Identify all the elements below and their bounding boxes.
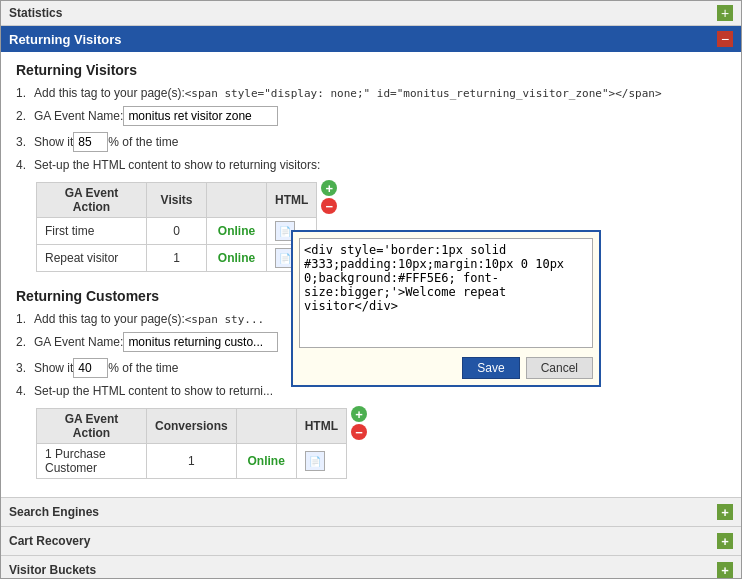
step2-item: 2. GA Event Name: <box>16 106 726 126</box>
col-header-empty <box>207 183 267 218</box>
status-cell: Online <box>207 245 267 272</box>
cust-step2-num: 2. <box>16 335 34 349</box>
step2-label: GA Event Name: <box>34 109 123 123</box>
remove-row-button[interactable]: − <box>321 198 337 214</box>
popup-save-button[interactable]: Save <box>462 357 519 379</box>
step4-label: Set-up the HTML content to show to retur… <box>34 158 320 172</box>
step3-num: 3. <box>16 135 34 149</box>
step3-suffix: % of the time <box>108 135 178 149</box>
step4-item: 4. Set-up the HTML content to show to re… <box>16 158 726 172</box>
popup-buttons: Save Cancel <box>299 357 593 379</box>
cust-remove-row-button[interactable]: − <box>351 424 367 440</box>
search-engines-label: Search Engines <box>9 505 99 519</box>
visits-cell: 1 <box>147 245 207 272</box>
cust-status-badge: Online <box>248 454 285 468</box>
cust-step3-suffix: % of the time <box>108 361 178 375</box>
step1-item: 1. Add this tag to your page(s): <span s… <box>16 86 726 100</box>
cust-action-cell: 1 Purchase Customer <box>37 444 147 479</box>
search-engines-expand-icon: + <box>717 504 733 520</box>
add-row-button[interactable]: + <box>321 180 337 196</box>
returning-visitors-header: Returning Visitors − <box>1 26 741 52</box>
statistics-title: Statistics <box>9 6 62 20</box>
cart-recovery-label: Cart Recovery <box>9 534 90 548</box>
cust-event-name-input[interactable] <box>123 332 278 352</box>
cust-step4-label: Set-up the HTML content to show to retur… <box>34 384 273 398</box>
step3-item: 3. Show it % of the time <box>16 132 726 152</box>
cust-table-row: 1 Purchase Customer 1 Online 📄 <box>37 444 347 479</box>
collapsible-sections: Search Engines + Cart Recovery + Visitor… <box>1 497 741 579</box>
collapsible-search-engines[interactable]: Search Engines + <box>1 498 741 527</box>
cust-step2-label: GA Event Name: <box>34 335 123 349</box>
html-editor-popup: <div style='border:1px solid #333;paddin… <box>291 230 601 387</box>
show-percent-input[interactable] <box>73 132 108 152</box>
col-header-action: GA Event Action <box>37 183 147 218</box>
step1-code: <span style="display: none;" id="monitus… <box>185 87 662 100</box>
visitor-buckets-expand-icon: + <box>717 562 733 578</box>
cust-show-percent-input[interactable] <box>73 358 108 378</box>
table-side-buttons: + − <box>321 180 337 216</box>
action-cell: Repeat visitor <box>37 245 147 272</box>
customers-table-wrapper: GA Event Action Conversions HTML 1 Purch… <box>16 404 726 487</box>
visits-cell: 0 <box>147 218 207 245</box>
cust-step1-num: 1. <box>16 312 34 326</box>
cart-recovery-expand-icon: + <box>717 533 733 549</box>
status-cell: Online <box>207 218 267 245</box>
step3-label: Show it <box>34 135 73 149</box>
status-badge: Online <box>218 224 255 238</box>
cust-conv-cell: 1 <box>147 444 237 479</box>
collapsible-cart-recovery[interactable]: Cart Recovery + <box>1 527 741 556</box>
returning-visitors-collapse-button[interactable]: − <box>717 31 733 47</box>
collapsible-visitor-buckets[interactable]: Visitor Buckets + <box>1 556 741 579</box>
cust-step1-code: <span sty... <box>185 313 264 326</box>
table-row-highlight: Repeat visitor 1 Online 📄 <box>37 245 317 272</box>
step2-num: 2. <box>16 109 34 123</box>
popup-cancel-button[interactable]: Cancel <box>526 357 593 379</box>
visitors-table: GA Event Action Visits HTML First time 0… <box>36 182 317 272</box>
cust-table-side-buttons: + − <box>351 406 367 442</box>
cust-add-row-button[interactable]: + <box>351 406 367 422</box>
cust-step4-num: 4. <box>16 384 34 398</box>
returning-visitors-header-title: Returning Visitors <box>9 32 121 47</box>
action-cell: First time <box>37 218 147 245</box>
cust-col-header-action: GA Event Action <box>37 409 147 444</box>
cust-step3-num: 3. <box>16 361 34 375</box>
returning-visitors-section-title: Returning Visitors <box>16 62 726 78</box>
cust-col-header-conv: Conversions <box>147 409 237 444</box>
main-content: Returning Visitors 1. Add this tag to yo… <box>1 52 741 497</box>
table-row: First time 0 Online 📄 <box>37 218 317 245</box>
cust-col-header-html: HTML <box>296 409 346 444</box>
html-editor-textarea[interactable]: <div style='border:1px solid #333;paddin… <box>299 238 593 348</box>
status-badge: Online <box>218 251 255 265</box>
cust-html-edit-icon[interactable]: 📄 <box>305 451 325 471</box>
cust-col-header-empty <box>236 409 296 444</box>
col-header-html: HTML <box>267 183 317 218</box>
cust-step1-label: Add this tag to your page(s): <box>34 312 185 326</box>
step4-num: 4. <box>16 158 34 172</box>
col-header-visits: Visits <box>147 183 207 218</box>
cust-html-cell: 📄 <box>296 444 346 479</box>
customers-table: GA Event Action Conversions HTML 1 Purch… <box>36 408 347 479</box>
top-header: Statistics + <box>1 1 741 26</box>
step1-num: 1. <box>16 86 34 100</box>
visitor-buckets-label: Visitor Buckets <box>9 563 96 577</box>
step1-label: Add this tag to your page(s): <box>34 86 185 100</box>
cust-status-cell: Online <box>236 444 296 479</box>
statistics-add-button[interactable]: + <box>717 5 733 21</box>
event-name-input[interactable] <box>123 106 278 126</box>
cust-step3-label: Show it <box>34 361 73 375</box>
